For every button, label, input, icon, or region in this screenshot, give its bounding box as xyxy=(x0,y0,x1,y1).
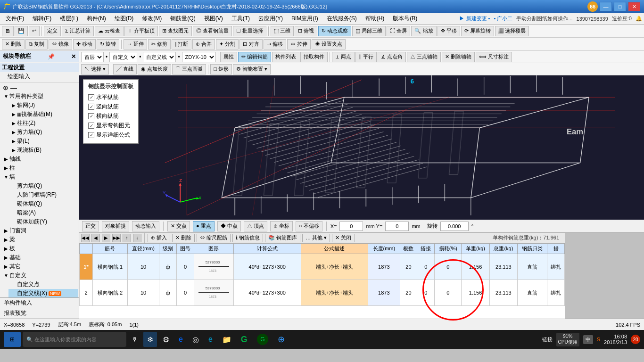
table-row[interactable]: 2 横向钢筋.2 10 ф 0 5378000 1873 xyxy=(80,280,565,306)
rect-btn[interactable]: □ 矩形 xyxy=(210,64,232,74)
slab-foundation-node[interactable]: ▶▦筏板基础(M) xyxy=(8,110,78,119)
coord-btn[interactable]: ⊕ 坐标 xyxy=(270,221,293,231)
stretch-btn[interactable]: ⇔ 拉伸 xyxy=(287,39,311,49)
rebar-info-btn[interactable]: ℹ 钢筋信息 xyxy=(232,234,263,242)
select-floor-btn[interactable]: ▦ 选择楼层 xyxy=(495,26,529,36)
offset-btn[interactable]: ⇢ 偏移 xyxy=(264,39,286,49)
taskbar-app1[interactable]: ❄ xyxy=(143,332,157,347)
taskbar-app-g2[interactable]: G xyxy=(253,332,272,347)
vt-rebar-checkbox[interactable] xyxy=(88,104,94,110)
screen-rotate-btn[interactable]: ⟳ 屏幕旋转 xyxy=(461,26,494,36)
taskbar-microphone[interactable]: 🎙 xyxy=(128,332,141,347)
batch-sel-btn[interactable]: ☐ 批量选择 xyxy=(233,26,266,36)
component-list-btn[interactable]: 构件列表 xyxy=(272,52,299,62)
three-point-axis-btn[interactable]: △ 三点辅轴 xyxy=(407,52,441,62)
custom-line[interactable]: 自定义线(X) NEW xyxy=(8,289,78,297)
3d-btn[interactable]: ⬚ 三维 xyxy=(271,26,294,36)
point-len-btn[interactable]: ◉ 点加长度 xyxy=(138,64,171,74)
split-btn[interactable]: ✦ 分割 xyxy=(216,39,239,49)
property-btn[interactable]: 属性 xyxy=(220,52,237,62)
menu-tools[interactable]: 工具(T) xyxy=(228,14,254,24)
wall-node[interactable]: ▼墙 xyxy=(1,173,78,181)
menu-edit[interactable]: 编辑(E) xyxy=(29,14,55,24)
edit-rebar-btn[interactable]: ✏ 编辑钢筋 xyxy=(238,52,271,62)
close-panel-btn[interactable]: ✕ xyxy=(71,53,76,60)
trim-btn[interactable]: ✂ 修剪 xyxy=(148,39,171,49)
undo-btn[interactable]: ↩ xyxy=(29,26,40,36)
top-view-btn[interactable]: ⊡ 俯视 xyxy=(295,26,317,36)
eng-setup-btn[interactable]: 工程设置 xyxy=(0,63,79,72)
floor-type-select[interactable]: 自定义 xyxy=(109,52,137,62)
break-btn[interactable]: | 打断 xyxy=(172,39,191,49)
close-button[interactable]: ✕ xyxy=(628,2,640,11)
rotate-btn[interactable]: ↻ 旋转 xyxy=(97,39,119,49)
nav-up[interactable]: ↑ xyxy=(123,234,131,242)
single-component-btn[interactable]: 单构件输入 xyxy=(0,298,79,308)
scale-config-btn[interactable]: ⇔ 缩尺配筋 xyxy=(197,234,231,242)
menu-floor[interactable]: 楼层(L) xyxy=(56,14,82,24)
slab-main-node[interactable]: ▶板 xyxy=(1,244,78,253)
hook-icon-check[interactable]: 显示弯钩图元 xyxy=(88,122,133,130)
menu-component[interactable]: 构件(N) xyxy=(83,14,110,24)
brick-wall[interactable]: 砌体墙(Q) xyxy=(8,199,78,208)
x-input[interactable] xyxy=(339,222,363,231)
taskbar-ie[interactable]: e xyxy=(175,332,187,347)
custom-node[interactable]: ▼自定义 xyxy=(1,271,78,280)
pick-component-btn[interactable]: 抬取构件 xyxy=(300,52,328,62)
snap-btn[interactable]: 对象捕捉 xyxy=(102,221,129,231)
other-btn[interactable]: … 其他 ▾ xyxy=(302,234,330,242)
menu-modify[interactable]: 修改(M) xyxy=(138,14,165,24)
axis-main-node[interactable]: ▶轴线 xyxy=(1,155,78,164)
menu-bim[interactable]: BIM应用(I) xyxy=(288,14,322,24)
toolbar-small[interactable]: ⊕ — xyxy=(1,83,78,92)
transverse-rebar-check[interactable]: 横向纵筋 xyxy=(88,112,133,120)
smart-layout-btn[interactable]: ⚙ 智能布置 ▾ xyxy=(233,64,271,74)
titlebar-controls[interactable]: 66 — □ ✕ xyxy=(587,1,640,12)
custom-point[interactable]: 自定义点 xyxy=(8,280,78,289)
menu-help[interactable]: 帮助(H) xyxy=(362,14,388,24)
code-select[interactable]: ZDYX-10 xyxy=(182,52,216,62)
arc-btn[interactable]: ⌒ 三点画弧 xyxy=(172,64,206,74)
nav-next[interactable]: ▶ xyxy=(102,234,110,242)
hz-rebar-checkbox[interactable] xyxy=(88,94,94,100)
set-grip-btn[interactable]: ◈ 设置夹点 xyxy=(312,39,346,49)
table-row[interactable]: 1* 横向钢筋.1 10 ф 0 5278000 1873 xyxy=(80,254,565,280)
view-rebar-btn[interactable]: ◎ 查看钢筋量 xyxy=(193,26,232,36)
line-btn[interactable]: ╱ 直线 xyxy=(113,64,137,74)
ime-status[interactable]: S xyxy=(597,337,600,342)
windows-start-btn[interactable]: ⊞ xyxy=(4,332,21,347)
insert-row-btn[interactable]: ⊕ 插入 xyxy=(148,234,170,242)
dim-label-btn[interactable]: ⟺ 尺寸标注 xyxy=(476,52,512,62)
vertical-rebar-check[interactable]: 竖向纵筋 xyxy=(88,103,133,111)
calc-btn[interactable]: Σ 汇总计算 xyxy=(62,26,94,36)
drawing-input-btn[interactable]: 绘图输入 xyxy=(0,72,79,81)
search-area[interactable]: 🔍 在这里输入你要搜索的内容 xyxy=(23,332,126,347)
manual-link[interactable]: 手动分割图纸如何操作... xyxy=(516,15,572,22)
rotate-input[interactable] xyxy=(440,222,469,231)
extend-btn[interactable]: → 延伸 xyxy=(124,39,147,49)
notify-icon[interactable]: 🔔 xyxy=(636,16,642,22)
formula-check[interactable]: 显示详细公式 xyxy=(88,131,133,139)
move-btn[interactable]: ✤ 移动 xyxy=(73,39,96,49)
menu-draw[interactable]: 绘图(D) xyxy=(111,14,138,24)
menu-view[interactable]: 视图(V) xyxy=(200,14,227,24)
other-node[interactable]: ▶其它 xyxy=(1,262,78,271)
axis-node[interactable]: ▶轴网(J) xyxy=(8,101,78,110)
guangfa-btn[interactable]: • 广小二 xyxy=(494,15,512,22)
local-3d-btn[interactable]: ◫ 局部三维 xyxy=(352,26,386,36)
taskbar-logo-g[interactable]: G xyxy=(237,332,251,347)
menu-cloud[interactable]: 云应用(Y) xyxy=(255,14,287,24)
hook-checkbox[interactable] xyxy=(88,123,94,129)
foundation-node[interactable]: ▶基础 xyxy=(1,253,78,262)
delete-btn[interactable]: ✕ 删除 xyxy=(2,39,25,49)
door-window-node[interactable]: ▶门窗洞 xyxy=(1,226,78,235)
notification-count[interactable]: 20 xyxy=(631,335,640,344)
menu-online[interactable]: 在线服务(S) xyxy=(323,14,361,24)
shear-wall-sub[interactable]: 剪力墙(Q) xyxy=(8,181,78,190)
rebar-table-scroll[interactable]: 筋号 直径(mm) 级别 图号 图形 计算公式 公式描述 长度(mm) 根数 搭… xyxy=(79,243,565,319)
close-table-btn[interactable]: ✕ 关闭 xyxy=(332,234,355,242)
hidden-beam[interactable]: 暗梁(A) xyxy=(8,208,78,217)
nav-prev[interactable]: ◀ xyxy=(91,234,100,242)
dynamic-view-btn[interactable]: ↻ 动态观察 xyxy=(318,26,351,36)
menu-file[interactable]: 文件(F) xyxy=(2,14,28,24)
